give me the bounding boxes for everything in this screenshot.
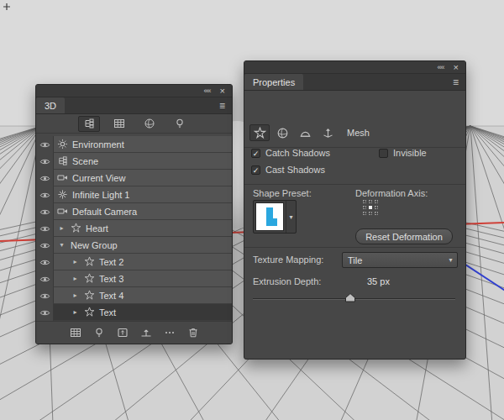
grid-icon (70, 327, 81, 339)
close-panel-button[interactable]: × (454, 63, 459, 72)
shape-preset-thumbnail (255, 202, 284, 231)
layer-row-scene[interactable]: Scene (36, 153, 232, 170)
reset-deformation-button[interactable]: Reset Deformation (355, 228, 453, 244)
layer-row-text3[interactable]: ▸Text 3 (36, 270, 232, 287)
mesh-properties-button[interactable] (249, 124, 270, 141)
axis-cell[interactable] (375, 206, 378, 209)
axis-cell[interactable] (375, 200, 378, 203)
divider (244, 184, 465, 185)
axes-icon (322, 127, 334, 139)
properties-mode-toolbar: Mesh (249, 124, 370, 141)
close-panel-button[interactable]: × (220, 87, 225, 96)
meshes-icon (113, 118, 125, 129)
catch-shadows-option[interactable]: ✓ Catch Shadows (251, 148, 330, 158)
visibility-eye-icon[interactable] (36, 287, 53, 304)
cast-shadows-checkbox[interactable]: ✓ (251, 165, 260, 175)
filter-whole-scene-button[interactable] (78, 116, 100, 132)
axis-cell[interactable] (363, 212, 366, 215)
layer-row-infinite-light[interactable]: Infinite Light 1 (36, 186, 232, 203)
disclosure-arrow-icon[interactable]: ▾ (57, 241, 66, 249)
layer-row-current-view[interactable]: Current View (36, 170, 232, 186)
invisible-option[interactable]: Invisible (379, 148, 427, 158)
cap-icon (299, 127, 312, 139)
disclosure-arrow-icon[interactable]: ▸ (71, 275, 80, 282)
layer-label: Current View (72, 173, 125, 183)
layer-row-environment[interactable]: Environment (36, 136, 232, 153)
materials-icon (144, 118, 155, 129)
extrusion-depth-value[interactable]: 35 px (367, 276, 390, 286)
visibility-eye-icon[interactable] (36, 237, 53, 254)
panel-titlebar[interactable]: «« × (36, 85, 232, 97)
scene-icon (83, 118, 95, 129)
scene-settings-button[interactable] (70, 327, 81, 339)
3d-panel-bottom-toolbar (36, 321, 232, 344)
shape-preset-dropdown[interactable]: ▾ (253, 200, 297, 234)
cap-properties-button[interactable] (295, 124, 315, 141)
catch-shadows-checkbox[interactable]: ✓ (251, 149, 260, 158)
dots-icon (164, 327, 176, 339)
mesh-icon (71, 223, 81, 234)
axis-cell[interactable] (363, 200, 366, 203)
axis-cell[interactable] (369, 212, 372, 215)
tab-3d[interactable]: 3D (36, 97, 65, 113)
filter-meshes-button[interactable] (108, 116, 130, 132)
layer-row-text-selected[interactable]: ▸Text (36, 304, 232, 321)
layer-row-text4[interactable]: ▸Text 4 (36, 287, 232, 304)
visibility-eye-icon[interactable] (36, 170, 53, 186)
extrusion-slider-track[interactable] (253, 298, 455, 299)
properties-panel: «« × Properties ≡ Mesh ✓ Catch Shadows I… (244, 60, 466, 360)
axis-cell[interactable] (369, 200, 372, 203)
panel-menu-icon[interactable]: ≡ (453, 74, 465, 90)
visibility-eye-icon[interactable] (36, 254, 53, 270)
visibility-eye-icon[interactable] (36, 270, 53, 287)
deformation-axis-control[interactable] (363, 200, 378, 215)
layer-row-text2[interactable]: ▸Text 2 (36, 254, 232, 270)
visibility-eye-icon[interactable] (36, 136, 53, 153)
axis-cell[interactable] (363, 206, 366, 209)
collapse-to-icons-button[interactable]: «« (438, 64, 444, 71)
layer-row-default-camera[interactable]: Default Camera (36, 203, 232, 220)
disclosure-arrow-icon[interactable]: ▸ (57, 224, 66, 232)
3d-panel: «« × 3D ≡ Environment Scene Current V (35, 84, 233, 344)
layer-label: Scene (72, 156, 98, 166)
extrusion-preset-icon (256, 203, 283, 230)
coordinates-properties-button[interactable] (318, 124, 338, 141)
layer-label: Infinite Light 1 (72, 190, 130, 200)
disclosure-arrow-icon[interactable]: ▸ (71, 308, 80, 316)
axis-cell[interactable] (375, 212, 378, 215)
filter-lights-button[interactable] (169, 116, 191, 132)
deform-properties-button[interactable] (272, 124, 292, 141)
visibility-eye-icon[interactable] (36, 186, 53, 203)
visibility-eye-icon[interactable] (36, 220, 53, 237)
extrusion-slider-thumb[interactable] (344, 293, 355, 302)
texture-mapping-dropdown[interactable]: Tile ▾ (342, 252, 458, 268)
axis-cell-active[interactable] (369, 206, 372, 209)
environment-icon (57, 139, 68, 150)
extrusion-depth-label: Extrusion Depth: (253, 276, 321, 286)
delete-button[interactable] (187, 327, 199, 339)
visibility-eye-icon[interactable] (36, 304, 53, 321)
mesh-icon (84, 290, 95, 301)
panel-menu-icon[interactable]: ≡ (219, 97, 232, 113)
cast-shadows-option[interactable]: ✓ Cast Shadows (251, 165, 325, 175)
add-light-button[interactable] (93, 327, 105, 339)
tab-properties[interactable]: Properties (244, 74, 303, 90)
layer-row-heart[interactable]: ▸Heart (36, 220, 232, 237)
mesh-icon (84, 256, 95, 267)
filter-materials-button[interactable] (139, 116, 160, 132)
disclosure-arrow-icon[interactable]: ▸ (71, 291, 80, 299)
dropdown-arrow-icon[interactable]: ▾ (286, 201, 296, 233)
layer-label: Text 3 (99, 274, 123, 284)
visibility-eye-icon[interactable] (36, 203, 53, 220)
collapse-to-icons-button[interactable]: «« (204, 87, 211, 95)
layer-label: Text (99, 307, 116, 318)
disclosure-arrow-icon[interactable]: ▸ (71, 258, 80, 265)
layer-row-new-group[interactable]: ▾New Group (36, 237, 232, 254)
visibility-eye-icon[interactable] (36, 153, 53, 170)
invisible-checkbox[interactable] (379, 149, 388, 158)
snap-to-ground-button[interactable] (140, 327, 152, 339)
more-options-button[interactable] (164, 327, 176, 339)
layer-label: Default Camera (72, 207, 137, 217)
panel-titlebar[interactable]: «« × (244, 61, 465, 74)
add-object-button[interactable] (117, 327, 129, 339)
